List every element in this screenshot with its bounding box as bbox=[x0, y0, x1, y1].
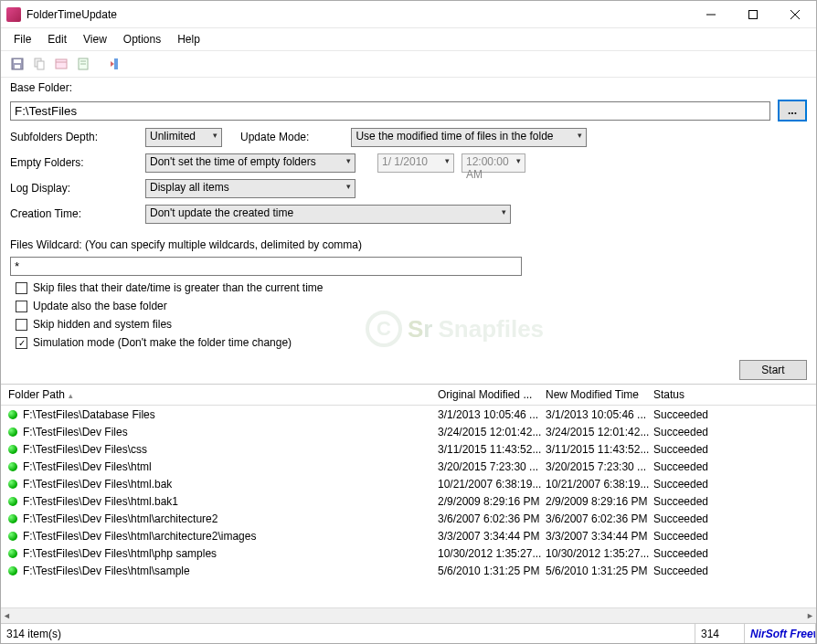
cell-path: F:\TestFiles\Database Files bbox=[23, 408, 438, 421]
status-dot-icon bbox=[8, 497, 17, 506]
cell-status: Succeeded bbox=[653, 460, 816, 473]
table-row[interactable]: F:\TestFiles\Database Files3/1/2013 10:0… bbox=[1, 406, 816, 423]
svg-rect-1 bbox=[749, 10, 758, 18]
exit-icon[interactable] bbox=[107, 55, 125, 73]
status-dot-icon bbox=[8, 566, 17, 575]
menu-file[interactable]: File bbox=[6, 30, 38, 48]
simulation-checkbox[interactable]: ✓ bbox=[16, 337, 27, 349]
window-title: FolderTimeUpdate bbox=[27, 8, 690, 21]
status-bar: 314 item(s) 314 NirSoft Freeware. http bbox=[1, 623, 816, 643]
table-row[interactable]: F:\TestFiles\Dev Files\html\architecture… bbox=[1, 510, 816, 527]
cell-status: Succeeded bbox=[653, 478, 816, 491]
status-link[interactable]: NirSoft Freeware. http bbox=[745, 624, 816, 643]
status-dot-icon bbox=[8, 480, 17, 489]
creation-time-select[interactable]: Don't update the created time bbox=[145, 205, 511, 224]
empty-folders-select[interactable]: Don't set the time of empty folders bbox=[145, 153, 355, 173]
cell-path: F:\TestFiles\Dev Files\css bbox=[23, 443, 438, 456]
cell-new: 2/9/2009 8:29:16 PM bbox=[546, 495, 653, 508]
cell-original: 3/6/2007 6:02:36 PM bbox=[438, 512, 546, 525]
cell-new: 10/21/2007 6:38:19... bbox=[546, 478, 653, 491]
svg-rect-6 bbox=[15, 65, 20, 69]
cell-path: F:\TestFiles\Dev Files\html\architecture… bbox=[23, 530, 438, 543]
cell-original: 3/20/2015 7:23:30 ... bbox=[438, 460, 546, 473]
base-folder-label: Base Folder: bbox=[10, 81, 807, 94]
properties-icon[interactable] bbox=[52, 55, 70, 73]
status-dot-icon bbox=[8, 445, 17, 454]
subfolders-depth-label: Subfolders Depth: bbox=[10, 131, 138, 143]
update-base-checkbox[interactable] bbox=[16, 301, 27, 312]
cell-path: F:\TestFiles\Dev Files\html\php samples bbox=[23, 547, 438, 560]
simulation-label: Simulation mode (Don't make the folder t… bbox=[33, 336, 292, 349]
cell-new: 10/30/2012 1:35:27... bbox=[546, 547, 653, 560]
menu-bar: File Edit View Options Help bbox=[1, 28, 816, 51]
cell-status: Succeeded bbox=[653, 408, 816, 421]
cell-path: F:\TestFiles\Dev Files\html.bak bbox=[23, 478, 438, 491]
cell-new: 3/20/2015 7:23:30 ... bbox=[546, 460, 653, 473]
table-row[interactable]: F:\TestFiles\Dev Files\html\architecture… bbox=[1, 527, 816, 544]
cell-status: Succeeded bbox=[653, 512, 816, 525]
svg-rect-5 bbox=[14, 59, 21, 63]
menu-help[interactable]: Help bbox=[170, 30, 207, 48]
cell-path: F:\TestFiles\Dev Files\html bbox=[23, 460, 438, 473]
status-count: 314 bbox=[695, 624, 745, 643]
table-row[interactable]: F:\TestFiles\Dev Files\html\sample5/6/20… bbox=[1, 562, 816, 579]
base-folder-input[interactable] bbox=[10, 101, 770, 121]
wildcard-input[interactable] bbox=[10, 257, 522, 276]
cell-original: 10/30/2012 1:35:27... bbox=[438, 547, 546, 560]
menu-options[interactable]: Options bbox=[116, 30, 168, 48]
window-controls bbox=[690, 1, 816, 28]
update-mode-select[interactable]: Use the modified time of files in the fo… bbox=[351, 128, 587, 147]
update-base-label: Update also the base folder bbox=[33, 300, 167, 312]
close-button[interactable] bbox=[774, 1, 816, 28]
skip-hidden-checkbox[interactable] bbox=[16, 319, 27, 331]
table-row[interactable]: F:\TestFiles\Dev Files\html.bak12/9/2009… bbox=[1, 492, 816, 510]
menu-edit[interactable]: Edit bbox=[40, 30, 74, 48]
col-status[interactable]: Status bbox=[653, 388, 816, 401]
copy-icon[interactable] bbox=[30, 55, 48, 73]
cell-new: 5/6/2010 1:31:25 PM bbox=[546, 565, 653, 577]
col-new-modified[interactable]: New Modified Time bbox=[546, 388, 653, 401]
minimize-button[interactable] bbox=[690, 1, 732, 28]
app-icon bbox=[6, 7, 21, 22]
options-icon[interactable] bbox=[74, 55, 92, 73]
log-display-select[interactable]: Display all items bbox=[145, 179, 355, 198]
cell-new: 3/3/2007 3:34:44 PM bbox=[546, 530, 653, 543]
date-input[interactable]: 1/ 1/2010 bbox=[377, 153, 454, 173]
form-area: Base Folder: ... Subfolders Depth: Unlim… bbox=[1, 78, 816, 356]
cell-original: 2/9/2009 8:29:16 PM bbox=[438, 495, 546, 508]
table-row[interactable]: F:\TestFiles\Dev Files\html\php samples1… bbox=[1, 544, 816, 562]
skip-future-checkbox[interactable] bbox=[16, 282, 27, 294]
table-row[interactable]: F:\TestFiles\Dev Files3/24/2015 12:01:42… bbox=[1, 423, 816, 440]
cell-status: Succeeded bbox=[653, 565, 816, 577]
save-icon[interactable] bbox=[8, 55, 27, 73]
status-dot-icon bbox=[8, 410, 17, 419]
menu-view[interactable]: View bbox=[76, 30, 114, 48]
table-row[interactable]: F:\TestFiles\Dev Files\html3/20/2015 7:2… bbox=[1, 458, 816, 475]
status-dot-icon bbox=[8, 532, 17, 541]
table-row[interactable]: F:\TestFiles\Dev Files\css3/11/2015 11:4… bbox=[1, 440, 816, 458]
maximize-button[interactable] bbox=[732, 1, 774, 28]
col-original-modified[interactable]: Original Modified ... bbox=[438, 388, 546, 401]
browse-button[interactable]: ... bbox=[778, 100, 807, 121]
start-button[interactable]: Start bbox=[739, 360, 807, 380]
cell-path: F:\TestFiles\Dev Files\html\architecture… bbox=[23, 512, 438, 525]
grid-body[interactable]: F:\TestFiles\Database Files3/1/2013 10:0… bbox=[1, 406, 816, 607]
time-input[interactable]: 12:00:00 AM bbox=[462, 153, 525, 173]
cell-path: F:\TestFiles\Dev Files\html\sample bbox=[23, 565, 438, 577]
cell-original: 3/24/2015 12:01:42... bbox=[438, 426, 546, 438]
title-bar: FolderTimeUpdate bbox=[1, 1, 816, 28]
table-row[interactable]: F:\TestFiles\Dev Files\html.bak10/21/200… bbox=[1, 475, 816, 492]
cell-status: Succeeded bbox=[653, 495, 816, 508]
log-display-label: Log Display: bbox=[10, 182, 138, 195]
svg-rect-8 bbox=[37, 61, 44, 69]
grid-header: Folder Path▴ Original Modified ... New M… bbox=[1, 385, 816, 406]
svg-rect-14 bbox=[114, 58, 118, 69]
cell-new: 3/1/2013 10:05:46 ... bbox=[546, 408, 653, 421]
cell-original: 3/1/2013 10:05:46 ... bbox=[438, 408, 546, 421]
cell-status: Succeeded bbox=[653, 426, 816, 438]
col-folder-path[interactable]: Folder Path▴ bbox=[1, 388, 438, 401]
subfolders-depth-select[interactable]: Unlimited bbox=[145, 128, 222, 147]
empty-folders-label: Empty Folders: bbox=[10, 156, 138, 169]
svg-rect-9 bbox=[56, 59, 67, 69]
horizontal-scrollbar[interactable]: ◄► bbox=[1, 607, 816, 623]
